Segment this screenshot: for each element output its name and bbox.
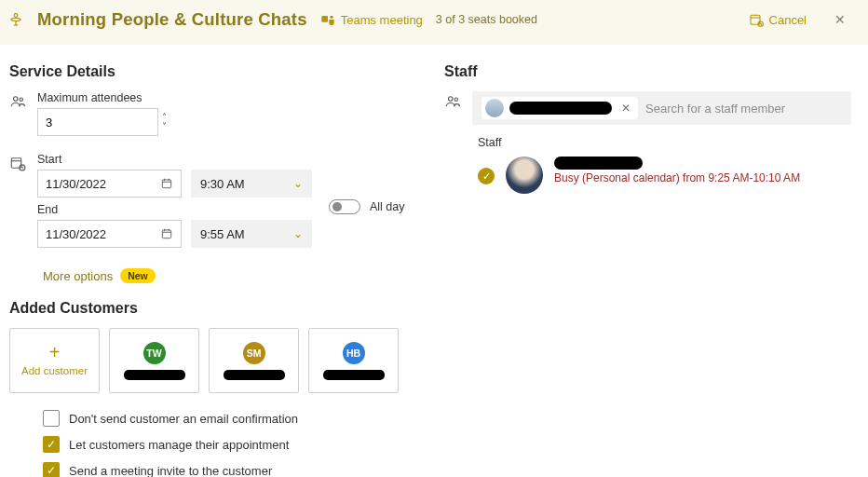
more-options-label: More options (43, 269, 113, 283)
new-badge: New (120, 268, 156, 283)
avatar: TW (143, 342, 166, 364)
svg-point-2 (330, 16, 332, 19)
avatar: SM (243, 342, 265, 364)
more-options-link[interactable]: More options New (43, 268, 416, 283)
left-column: Service Details Maximum attendees ˄˅ Sta… (9, 56, 416, 477)
staff-chip[interactable]: ✕ (481, 97, 638, 119)
add-customer-label: Add customer (21, 365, 88, 376)
search-placeholder: Search for a staff member (645, 102, 842, 116)
calendar-cancel-icon (749, 12, 764, 27)
customer-name-redacted (224, 370, 285, 380)
all-day-label: All day (370, 200, 405, 213)
end-date-value: 11/30/2022 (46, 227, 106, 241)
start-date-value: 11/30/2022 (46, 177, 106, 191)
right-column: Staff ✕ Search for a staff member Staff … (444, 56, 851, 477)
start-date-input[interactable]: 11/30/2022 (37, 170, 182, 198)
teams-icon (320, 12, 335, 27)
end-label: End (37, 203, 312, 216)
calendar-clock-icon (9, 155, 26, 171)
svg-rect-10 (162, 230, 170, 238)
staff-name-redacted (509, 102, 612, 115)
remove-chip-button[interactable]: ✕ (617, 102, 634, 115)
service-details-heading: Service Details (9, 63, 416, 80)
staff-name-redacted (554, 157, 643, 170)
svg-point-12 (454, 98, 457, 101)
booking-type-icon (7, 11, 24, 28)
avatar: HB (343, 342, 365, 364)
checkbox-send-meeting-invite[interactable]: ✓ (43, 462, 60, 477)
customer-card[interactable]: HB (308, 328, 399, 393)
selected-check-icon: ✓ (478, 168, 495, 184)
customer-name-redacted (323, 370, 385, 380)
max-attendees-row: Maximum attendees ˄˅ (9, 91, 416, 136)
datetime-row: Start 11/30/2022 9:30 AM ⌄ End (9, 153, 416, 248)
checkbox-let-customers-manage[interactable]: ✓ (43, 436, 60, 453)
seats-booked-label: 3 of 3 seats booked (436, 13, 537, 26)
option-label: Send a meeting invite to the customer (69, 464, 272, 478)
customer-card[interactable]: SM (209, 328, 299, 393)
option-label: Let customers manage their appointment (69, 438, 289, 452)
calendar-icon (160, 227, 173, 240)
booking-header: Morning People & Culture Chats Teams mee… (0, 0, 868, 45)
customer-options: Don't send customer an email confirmatio… (43, 410, 416, 477)
chevron-down-icon[interactable]: ˅ (162, 123, 167, 130)
plus-icon: + (49, 345, 61, 360)
chevron-up-icon[interactable]: ˄ (162, 114, 167, 121)
all-day-toggle[interactable] (329, 199, 360, 214)
staff-sublabel: Staff (478, 136, 851, 149)
option-label: Don't send customer an email confirmatio… (69, 412, 298, 426)
start-label: Start (37, 153, 312, 166)
staff-item[interactable]: ✓ Busy (Personal calendar) from 9:25 AM-… (472, 157, 851, 194)
max-attendees-label: Maximum attendees (37, 91, 177, 104)
start-time-value: 9:30 AM (200, 177, 245, 191)
staff-busy-status: Busy (Personal calendar) from 9:25 AM-10… (554, 171, 800, 184)
teams-meeting-indicator[interactable]: Teams meeting (320, 12, 423, 27)
people-icon (444, 93, 461, 110)
end-date-input[interactable]: 11/30/2022 (37, 220, 182, 248)
avatar (485, 99, 504, 117)
calendar-icon (160, 177, 173, 190)
customer-name-redacted (124, 370, 185, 380)
close-button[interactable]: ✕ (829, 10, 851, 29)
svg-rect-1 (321, 16, 328, 22)
chevron-down-icon: ⌄ (293, 227, 303, 240)
chevron-down-icon: ⌄ (293, 177, 303, 190)
customers-row: + Add customer TW SM HB (9, 328, 416, 393)
cancel-label: Cancel (769, 13, 807, 27)
svg-point-6 (20, 98, 22, 101)
staff-heading: Staff (444, 63, 851, 80)
teams-label: Teams meeting (341, 13, 423, 27)
people-icon (9, 93, 26, 110)
customer-card[interactable]: TW (109, 328, 199, 393)
cancel-button[interactable]: Cancel (749, 12, 807, 27)
staff-search-row: ✕ Search for a staff member Staff ✓ Busy… (444, 91, 851, 194)
svg-point-11 (449, 97, 454, 102)
staff-search-input[interactable]: ✕ Search for a staff member (472, 91, 851, 125)
svg-point-0 (14, 14, 18, 18)
start-time-input[interactable]: 9:30 AM ⌄ (191, 170, 312, 198)
add-customer-button[interactable]: + Add customer (9, 328, 100, 393)
svg-rect-9 (162, 180, 170, 188)
end-time-input[interactable]: 9:55 AM ⌄ (191, 220, 312, 248)
checkbox-dont-send-email[interactable] (43, 410, 60, 427)
staff-photo (506, 157, 543, 194)
added-customers-heading: Added Customers (9, 300, 416, 317)
stepper-buttons[interactable]: ˄˅ (162, 114, 167, 130)
max-attendees-input[interactable] (37, 108, 158, 136)
end-time-value: 9:55 AM (200, 227, 245, 241)
svg-point-5 (14, 97, 19, 102)
booking-title: Morning People & Culture Chats (37, 9, 307, 30)
